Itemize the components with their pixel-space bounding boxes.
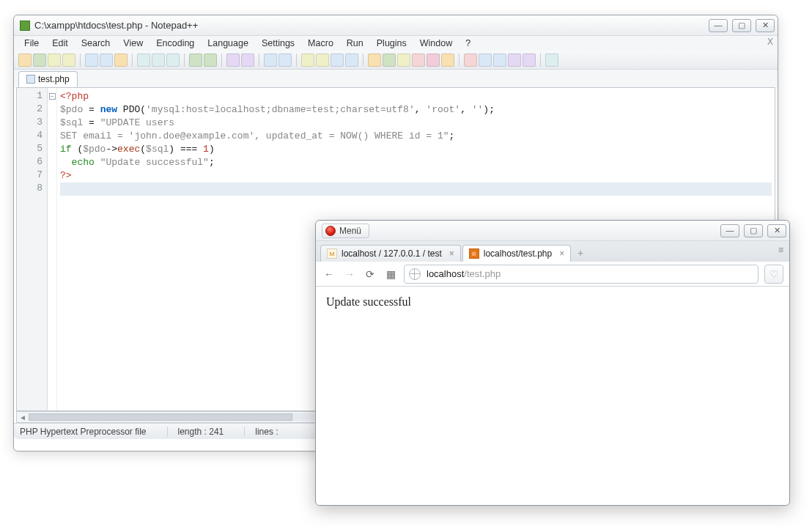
menu-search[interactable]: Search: [75, 37, 117, 49]
url-path: /test.php: [464, 268, 501, 279]
play-macro-icon[interactable]: [493, 54, 506, 67]
npp-app-icon: [20, 21, 30, 31]
forward-button[interactable]: →: [342, 267, 357, 281]
page-output-text: Update successful: [326, 295, 411, 308]
close-file-icon[interactable]: [85, 54, 98, 67]
browser-tab-label: localhost/test.php: [484, 248, 552, 259]
code-line[interactable]: [60, 183, 772, 196]
menu-encoding[interactable]: Encoding: [150, 37, 200, 49]
scroll-thumb[interactable]: [29, 413, 292, 421]
browser-tab-label: localhost / 127.0.0.1 / test: [342, 248, 442, 259]
tab-close-icon[interactable]: ×: [559, 248, 564, 259]
wrap-icon[interactable]: [331, 54, 344, 67]
opera-menu-label: Menü: [339, 226, 361, 236]
save-all-icon[interactable]: [62, 54, 75, 67]
zoom-out-icon[interactable]: [278, 54, 292, 67]
browser-minimize-button[interactable]: —: [720, 224, 739, 237]
address-bar[interactable]: localhost/test.php: [404, 265, 759, 284]
sync-v-icon[interactable]: [301, 54, 314, 67]
code-line[interactable]: if ($pdo->exec($sql) === 1): [60, 143, 772, 156]
code-line[interactable]: echo "Update successful";: [60, 156, 772, 169]
code-line[interactable]: $pdo = new PDO('mysql:host=localhost;dbn…: [60, 103, 772, 117]
tab-menu-icon[interactable]: ≡: [778, 245, 783, 255]
menu-run[interactable]: Run: [341, 37, 369, 49]
cut-icon[interactable]: [137, 54, 150, 67]
code-line[interactable]: SET email = 'john.doe@example.com', upda…: [60, 130, 772, 143]
browser-titlebar[interactable]: Menü — ▢ ✕: [316, 221, 789, 241]
npp-title: C:\xampp\htdocs\test.php - Notepad++: [34, 20, 709, 31]
line-number-gutter: 12345678: [17, 88, 48, 410]
browser-tab[interactable]: M localhost / 127.0.0.1 / test ×: [320, 245, 461, 262]
save-macro-icon[interactable]: [523, 54, 536, 67]
globe-icon: [409, 268, 421, 280]
browser-toolbar: ← → ⟳ ▦ localhost/test.php ♡: [316, 262, 789, 287]
doc-map-icon[interactable]: [412, 54, 425, 67]
browser-tab[interactable]: ⛭ localhost/test.php ×: [462, 245, 571, 262]
maximize-button[interactable]: ▢: [732, 19, 751, 32]
bookmark-button[interactable]: ♡: [764, 265, 783, 284]
browser-close-button[interactable]: ✕: [767, 224, 786, 237]
paste-icon[interactable]: [166, 54, 180, 67]
record-macro-icon[interactable]: [464, 54, 477, 67]
opera-menu-button[interactable]: Menü: [322, 224, 369, 238]
npp-toolbar: [14, 51, 778, 70]
menu-edit[interactable]: Edit: [46, 37, 74, 49]
npp-titlebar[interactable]: C:\xampp\htdocs\test.php - Notepad++ — ▢…: [14, 15, 778, 36]
print-icon[interactable]: [114, 54, 128, 67]
code-line[interactable]: <?php: [60, 90, 772, 103]
new-file-icon[interactable]: [18, 54, 32, 67]
file-tab[interactable]: test.php: [18, 71, 78, 87]
file-tab-label: test.php: [38, 74, 70, 84]
zoom-in-icon[interactable]: [264, 54, 277, 67]
php-file-icon: [26, 75, 35, 84]
copy-icon[interactable]: [152, 54, 165, 67]
replace-icon[interactable]: [241, 54, 254, 67]
close-button[interactable]: ✕: [756, 19, 775, 32]
stop-macro-icon[interactable]: [479, 54, 492, 67]
all-chars-icon[interactable]: [345, 54, 358, 67]
menu-macro[interactable]: Macro: [302, 37, 339, 49]
opera-icon: [325, 226, 336, 236]
menu-settings[interactable]: Settings: [256, 37, 300, 49]
open-file-icon[interactable]: [33, 54, 46, 67]
fold-column: −: [48, 88, 57, 410]
spell-icon[interactable]: [441, 54, 454, 67]
reload-button[interactable]: ⟳: [363, 267, 377, 281]
browser-maximize-button[interactable]: ▢: [744, 224, 763, 237]
scroll-left-icon[interactable]: ◄: [17, 413, 29, 421]
menu-language[interactable]: Language: [202, 37, 254, 49]
toolbar-extra-icon[interactable]: [545, 54, 558, 67]
find-icon[interactable]: [226, 54, 240, 67]
menu-window[interactable]: Window: [414, 37, 458, 49]
save-icon[interactable]: [48, 54, 61, 67]
menu-view[interactable]: View: [117, 37, 149, 49]
npp-tabbar: test.php: [14, 70, 778, 87]
browser-window: Menü — ▢ ✕ M localhost / 127.0.0.1 / tes…: [315, 220, 790, 506]
multi-play-icon[interactable]: [508, 54, 521, 67]
func-list-icon[interactable]: [397, 54, 410, 67]
folder-icon[interactable]: [383, 54, 396, 67]
npp-menubar: FileEditSearchViewEncodingLanguageSettin…: [14, 36, 778, 51]
undo-icon[interactable]: [189, 54, 202, 67]
close-all-icon[interactable]: [100, 54, 113, 67]
back-button[interactable]: ←: [322, 267, 336, 281]
indent-guide-icon[interactable]: [368, 54, 381, 67]
pma-favicon-icon: M: [327, 248, 337, 259]
fold-toggle-icon[interactable]: −: [49, 93, 56, 100]
code-line[interactable]: $sql = "UPDATE users: [60, 117, 772, 130]
xam-favicon-icon: ⛭: [469, 248, 479, 259]
menu-plugins[interactable]: Plugins: [371, 37, 413, 49]
url-host: localhost: [427, 268, 464, 279]
tab-close-x[interactable]: X: [767, 37, 773, 47]
code-line[interactable]: ?>: [60, 169, 772, 183]
menu-file[interactable]: File: [18, 37, 45, 49]
tab-close-icon[interactable]: ×: [449, 248, 454, 259]
minimize-button[interactable]: —: [709, 19, 728, 32]
sync-h-icon[interactable]: [316, 54, 329, 67]
menu-help[interactable]: ?: [459, 37, 476, 49]
redo-icon[interactable]: [204, 54, 217, 67]
monitoring-icon[interactable]: [427, 54, 440, 67]
status-lines: lines :: [255, 427, 298, 437]
speed-dial-button[interactable]: ▦: [383, 267, 398, 281]
new-tab-button[interactable]: +: [572, 247, 588, 262]
